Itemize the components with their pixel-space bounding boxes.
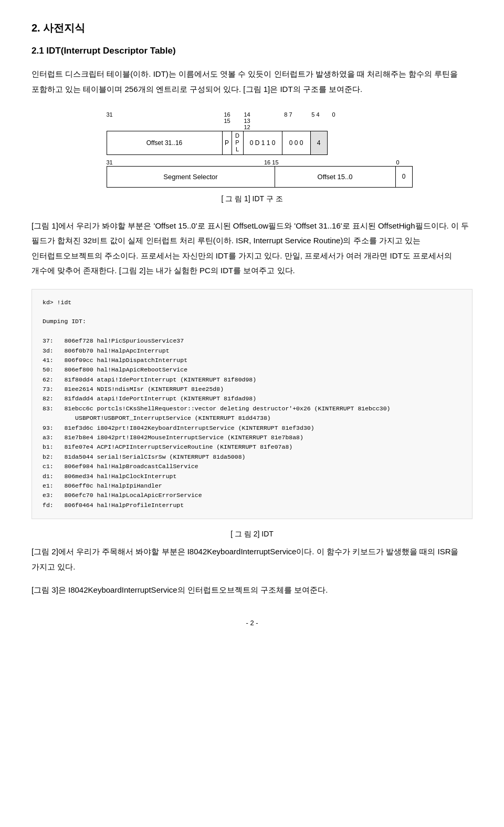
diagram-row2-numbers: 31 16 15 0 — [107, 159, 413, 166]
cell-p: P — [222, 131, 232, 155]
idt-code-block: kd> !idt Dumping IDT: 37: 806ef728 hal!P… — [32, 289, 472, 520]
paragraph-2: [그림 1]에서 우리가 봐야할 부분은 'Offset 15..0'로 표시된… — [32, 219, 472, 278]
section-title: 2. 사전지식 — [32, 21, 472, 35]
cell-segment-selector: Segment Selector — [107, 166, 275, 187]
idt-diagram: 31 16 15 14 13 12 8 7 5 4 0 Offset 31..1… — [92, 111, 413, 188]
diagram-row1-numbers: 31 16 15 14 13 12 8 7 5 4 0 — [107, 111, 413, 130]
cell-dpl: DPL — [232, 131, 243, 155]
diagram-row1-table: Offset 31..16 P DPL 0 D 1 1 0 0 0 0 4 — [107, 131, 328, 155]
page-footer: - 2 - — [32, 619, 472, 627]
cell-0-row2: 0 — [395, 166, 412, 187]
figure-2-caption: [ 그 림 2] IDT — [32, 530, 472, 539]
cell-4: 4 — [310, 131, 327, 155]
cell-000: 0 0 0 — [282, 131, 310, 155]
paragraph-4: [그림 3]은 I8042KeyboardInterruptService의 인… — [32, 583, 472, 598]
diagram-row1-left-num — [92, 131, 107, 155]
cell-0d110: 0 D 1 1 0 — [243, 131, 282, 155]
diagram-row1: Offset 31..16 P DPL 0 D 1 1 0 0 0 0 4 — [92, 131, 413, 155]
diagram-row2: Segment Selector Offset 15..0 0 — [92, 166, 413, 188]
figure-1-container: 31 16 15 14 13 12 8 7 5 4 0 Offset 31..1… — [32, 111, 472, 204]
cell-offset-high: Offset 31..16 — [107, 131, 222, 155]
figure-1-caption: [ 그 림 1] IDT 구 조 — [32, 194, 472, 204]
paragraph-1: 인터럽트 디스크립터 테이블(이하. IDT)는 이름에서도 엿볼 수 있듯이 … — [32, 67, 472, 97]
paragraph-3: [그림 2]에서 우리가 주목해서 봐야할 부분은 I8042KeyboardI… — [32, 544, 472, 574]
cell-offset-low: Offset 15..0 — [275, 166, 395, 187]
diagram-row2-table: Segment Selector Offset 15..0 0 — [107, 166, 413, 188]
subsection-title: 2.1 IDT(Interrupt Descriptor Table) — [32, 46, 472, 56]
